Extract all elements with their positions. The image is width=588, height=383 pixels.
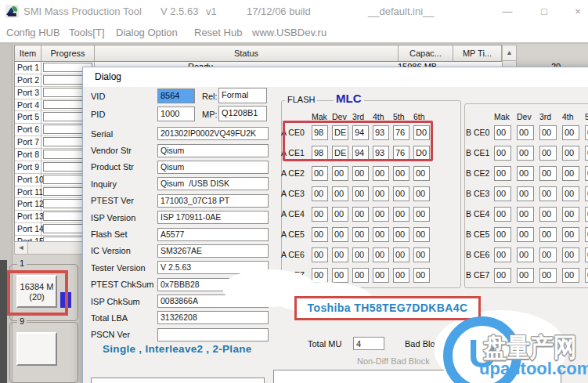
- highlight-box-flash-id: [283, 121, 433, 161]
- rel-input[interactable]: Formal: [218, 88, 267, 103]
- flash-id-cell: 00: [494, 248, 511, 262]
- dialog-field-row: PSCN Ver: [91, 327, 279, 343]
- flash-id-cell: 00: [562, 166, 579, 181]
- dialog-field-input[interactable]: 201302IP0002VQ49FU2K: [157, 127, 269, 140]
- flash-id-cell: 00: [517, 125, 534, 140]
- flash-id-cell: 00: [332, 166, 348, 181]
- ce-row-label: B CE7: [466, 270, 492, 280]
- flash-id-cell: 00: [393, 268, 409, 283]
- dialog-field-label: PTEST Ver: [91, 196, 157, 205]
- rel-label: Rel:: [202, 92, 218, 101]
- dialog-field-row: Inquiry Qisum /USB DISK: [91, 175, 279, 192]
- menu-item[interactable]: www.USBDev.ru: [252, 27, 326, 38]
- dialog-field-label: Flash Set: [91, 229, 157, 239]
- flash-id-cell: 00: [312, 166, 328, 181]
- dialog-field-input[interactable]: Qisum /USB DISK: [157, 177, 269, 190]
- app-title: SMI Mass Production Tool: [23, 5, 142, 17]
- bank-b-row: B CE7 0000000000: [466, 265, 588, 285]
- flash-id-cell: 00: [312, 268, 328, 283]
- dialog-field-label: ISP Version: [91, 213, 157, 222]
- menu-item[interactable]: Tools[T]: [69, 27, 105, 38]
- vid-label: VID: [91, 92, 105, 101]
- flash-mode-text: Single , Interleave2 , 2-Plane: [103, 343, 252, 355]
- dialog-field-label: PSCN Ver: [91, 330, 157, 339]
- dialog-field-label: IC Version: [91, 246, 157, 255]
- port-label: Port 10: [15, 174, 41, 186]
- column-header[interactable]: Progress: [41, 45, 95, 62]
- port-label: Port 4: [15, 99, 41, 112]
- flash-id-cell: 00: [393, 207, 409, 222]
- ce-row-label: B CE0: [466, 128, 492, 137]
- flash-id-cell: 00: [312, 248, 328, 262]
- dialog-field-list: Serial 201302IP0002VQ49FU2K Vendor Str Q…: [91, 125, 279, 343]
- bank-a-row: A CE6 000000000000: [281, 244, 434, 265]
- port-label: Port 14: [15, 223, 41, 236]
- column-header[interactable]: MP Ti...: [453, 45, 502, 62]
- bank-b-row: B CE5 0000000000: [466, 224, 588, 244]
- dialog-field-input[interactable]: ISP 170911-0AE: [157, 211, 269, 224]
- ce-cells: 0000000000: [494, 227, 588, 242]
- scroll-up-icon[interactable]: ▲: [503, 45, 516, 61]
- flash-id-cell: 00: [517, 166, 534, 181]
- ce-cells: 000000000000: [312, 268, 434, 283]
- flash-id-cell: 00: [517, 268, 534, 283]
- dialog-field-input[interactable]: [157, 328, 269, 341]
- dialog-field-input[interactable]: 31326208: [157, 311, 269, 324]
- mp-input[interactable]: Q1208B1: [218, 106, 267, 121]
- column-header[interactable]: Capac...: [399, 45, 453, 62]
- port-label: Port 1: [15, 62, 41, 74]
- scroll-left-icon[interactable]: ◄: [15, 242, 28, 254]
- port-label: Port 6: [15, 124, 41, 136]
- app-version: V 2.5.63: [161, 5, 198, 17]
- close-icon[interactable]: ×: [570, 5, 586, 17]
- flash-id-cell: 00: [585, 146, 588, 161]
- dialog-field-label: Inquiry: [91, 179, 157, 189]
- dialog-field-row: Product Str Qisum: [91, 159, 279, 175]
- column-header[interactable]: Status: [95, 45, 399, 62]
- flash-type-label: MLC: [334, 92, 364, 105]
- ce-row-label: B CE3: [466, 189, 492, 198]
- flash-id-cell: 00: [585, 227, 588, 242]
- column-header[interactable]: Item: [15, 45, 41, 62]
- bank-b-table: B CE0 0000000000 B CE1 0000000000 B CE2: [466, 122, 588, 285]
- flash-id-cell: 00: [393, 227, 409, 242]
- dialog-field-input[interactable]: A5577: [157, 228, 269, 241]
- dialog-field-input[interactable]: Qisum: [157, 144, 269, 157]
- watermark-site-url: upantool.com: [479, 359, 588, 379]
- flash-id-cell: 00: [373, 207, 389, 222]
- flash-id-cell: 00: [312, 186, 328, 201]
- vid-input[interactable]: 8564: [157, 89, 195, 103]
- flash-id-cell: 00: [562, 248, 579, 262]
- port-label: Port 11: [15, 186, 41, 199]
- flash-id-result: Toshiba TH58TEG7DDKBA4C: [294, 296, 481, 320]
- empty-slot-button[interactable]: [16, 332, 57, 366]
- flash-id-cell: 00: [494, 125, 511, 140]
- pid-input[interactable]: 1000: [157, 107, 195, 121]
- total-mu-input[interactable]: 4: [353, 337, 384, 350]
- dialog-field-row: ISP Version ISP 170911-0AE: [91, 209, 279, 226]
- dialog-field-row: Flash Set A5577: [91, 226, 279, 242]
- menu-item[interactable]: Dialog Option: [116, 27, 178, 38]
- left-dark-strip: [0, 260, 7, 383]
- flash-id-cell: 00: [373, 268, 389, 283]
- dialog-field-input[interactable]: Qisum: [157, 161, 269, 174]
- flash-id-cell: 00: [494, 146, 511, 161]
- flash-id-cell: 00: [585, 248, 588, 262]
- bank-b-row: B CE3 0000000000: [466, 183, 588, 204]
- ce-row-label: A CE2: [281, 168, 312, 178]
- flash-id-cell: 00: [517, 207, 534, 222]
- maximize-icon[interactable]: □: [536, 5, 552, 17]
- flash-id-cell: 00: [413, 166, 430, 181]
- dialog-field-input[interactable]: 171003_07C18 PT: [157, 194, 269, 208]
- flash-id-cell: 00: [413, 248, 430, 262]
- dialog-field-input[interactable]: SM3267AE: [157, 244, 269, 258]
- dialog-field-label: Total LBA: [91, 313, 157, 323]
- flash-id-cell: 00: [332, 268, 348, 283]
- minimize-icon[interactable]: —: [500, 5, 515, 17]
- flash-id-cell: 00: [562, 207, 579, 222]
- menu-item[interactable]: Reset Hub: [194, 27, 242, 38]
- menu-bar: Config HUB Tools[T] Dialog Option Reset …: [0, 23, 588, 44]
- menu-item[interactable]: Config HUB: [6, 27, 60, 38]
- flash-id-cell: 00: [562, 146, 579, 161]
- flash-id-cell: 00: [585, 268, 588, 283]
